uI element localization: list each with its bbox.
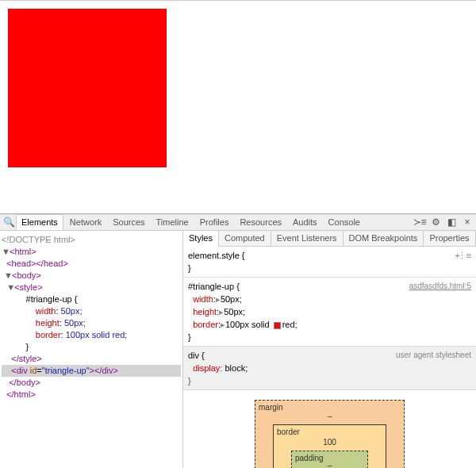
- gear-icon[interactable]: ⚙: [430, 217, 441, 228]
- devtools: 🔍 Elements Network Sources Timeline Prof…: [0, 213, 476, 468]
- dom-style-open[interactable]: <style>: [14, 282, 42, 292]
- style-val[interactable]: 50px;: [224, 307, 245, 316]
- bm-border-label: border: [277, 426, 300, 439]
- close-icon[interactable]: ×: [462, 217, 473, 228]
- triangle-rule[interactable]: asdfasdfds.html:5 #triangle-up { width:▸…: [183, 278, 476, 347]
- tab-console[interactable]: Console: [324, 215, 365, 229]
- devtools-main-tabs: 🔍 Elements Network Sources Timeline Prof…: [0, 214, 476, 231]
- css-prop: border: [36, 330, 61, 339]
- search-icon[interactable]: 🔍: [3, 217, 14, 228]
- tab-audits[interactable]: Audits: [288, 215, 322, 229]
- triangle-up-element[interactable]: [8, 9, 167, 167]
- subtab-computed[interactable]: Computed: [219, 231, 271, 246]
- rule-close: }: [188, 262, 471, 274]
- dom-head[interactable]: <head></head>: [6, 259, 68, 268]
- bm-padding-label: padding: [295, 452, 324, 465]
- tab-elements[interactable]: Elements: [16, 214, 63, 230]
- tab-profiles[interactable]: Profiles: [195, 215, 234, 229]
- dock-icon[interactable]: ◧: [446, 217, 457, 228]
- rule-source-ua: user agent stylesheet: [396, 349, 471, 362]
- subtab-properties[interactable]: Properties: [424, 231, 475, 246]
- style-prop[interactable]: border: [193, 320, 218, 329]
- bm-margin-label: margin: [259, 401, 283, 414]
- styles-panel: Styles Computed Event Listeners DOM Brea…: [183, 231, 476, 468]
- rule-close: }: [188, 374, 471, 387]
- dom-doctype[interactable]: <!DOCTYPE html>: [2, 234, 181, 246]
- dom-tree-panel[interactable]: <!DOCTYPE html> ▼<html> <head></head> ▼<…: [0, 231, 183, 468]
- rendered-page: [0, 1, 476, 213]
- style-prop[interactable]: height: [193, 307, 217, 316]
- style-prop[interactable]: width: [193, 294, 213, 304]
- style-val[interactable]: red;: [282, 320, 298, 329]
- dom-body-close[interactable]: </body>: [9, 378, 40, 387]
- user-agent-rule: user agent stylesheet div { display: blo…: [183, 347, 476, 390]
- rule-source-link[interactable]: asdfasdfds.html:5: [409, 280, 471, 293]
- tab-network[interactable]: Network: [65, 215, 106, 229]
- tab-timeline[interactable]: Timeline: [152, 215, 194, 229]
- css-val: 50px;: [61, 306, 83, 316]
- style-val[interactable]: 50px;: [221, 294, 242, 304]
- tab-sources[interactable]: Sources: [108, 215, 149, 229]
- css-prop: height: [36, 318, 60, 328]
- style-val[interactable]: 100px solid: [225, 320, 272, 329]
- css-close: }: [26, 342, 29, 351]
- css-prop: width: [36, 306, 56, 316]
- rule-close: }: [188, 331, 471, 343]
- box-model[interactable]: margin – – – border 100 100 100 padding …: [183, 390, 476, 468]
- css-val: 100px solid red;: [66, 330, 128, 339]
- rule-selector: element.style {: [188, 249, 471, 262]
- bm-border-top: 100: [291, 436, 368, 449]
- dom-selected-node[interactable]: <div id="triangle-up"></div>: [2, 365, 181, 377]
- dom-body-open[interactable]: <body>: [12, 270, 41, 280]
- drawer-toggle-icon[interactable]: ≻≡: [414, 217, 425, 228]
- dom-html-open[interactable]: <html>: [10, 247, 36, 256]
- more-icon[interactable]: ⋮≡: [458, 249, 471, 262]
- element-style-rule[interactable]: + ⋮≡ element.style { }: [183, 247, 476, 278]
- styles-sub-tabs: Styles Computed Event Listeners DOM Brea…: [183, 231, 476, 247]
- subtab-dom-breakpoints[interactable]: DOM Breakpoints: [344, 231, 424, 246]
- css-selector: #triangle-up {: [26, 294, 78, 304]
- style-prop: display: [193, 363, 220, 373]
- dom-style-close[interactable]: </style>: [11, 354, 42, 363]
- subtab-styles[interactable]: Styles: [183, 231, 219, 247]
- subtab-event-listeners[interactable]: Event Listeners: [271, 231, 344, 246]
- css-val: 50px;: [64, 318, 86, 328]
- tab-resources[interactable]: Resources: [235, 215, 286, 229]
- style-val: block;: [225, 363, 248, 373]
- color-swatch[interactable]: [274, 322, 281, 329]
- dom-html-close[interactable]: </html>: [6, 389, 36, 399]
- bm-margin-top: –: [273, 410, 386, 423]
